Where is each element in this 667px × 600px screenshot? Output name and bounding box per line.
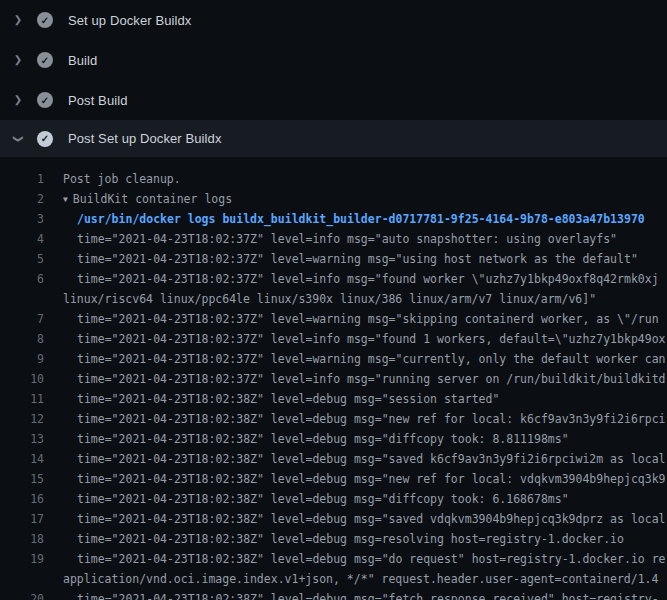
log-line-text: time="2021-04-23T18:02:38Z" level=debug …: [44, 469, 666, 489]
log-line: 15time="2021-04-23T18:02:38Z" level=debu…: [0, 469, 667, 489]
log-line-text: time="2021-04-23T18:02:37Z" level=warnin…: [44, 249, 638, 269]
log-line: 9time="2021-04-23T18:02:37Z" level=warni…: [0, 349, 667, 369]
step-status-check-icon: ✓: [37, 12, 53, 28]
group-expand-triangle-icon[interactable]: ▼: [63, 190, 68, 209]
log-line: application/vnd.oci.image.index.v1+json,…: [0, 569, 667, 589]
log-line-text: time="2021-04-23T18:02:37Z" level=warnin…: [44, 349, 666, 369]
chevron-right-icon[interactable]: ❯: [12, 95, 24, 105]
log-line: 11time="2021-04-23T18:02:38Z" level=debu…: [0, 389, 667, 409]
log-line: 12time="2021-04-23T18:02:38Z" level=debu…: [0, 409, 667, 429]
log-line: 13time="2021-04-23T18:02:38Z" level=debu…: [0, 429, 667, 449]
log-line-number[interactable]: 19: [0, 549, 44, 569]
log-line: 3/usr/bin/docker logs buildx_buildkit_bu…: [0, 209, 667, 229]
step-row-set-up-docker-buildx[interactable]: ❯✓Set up Docker Buildx: [0, 0, 667, 40]
log-line-number[interactable]: 17: [0, 509, 44, 529]
step-status-check-icon: ✓: [37, 131, 53, 147]
log-line-text: time="2021-04-23T18:02:37Z" level=info m…: [44, 329, 666, 349]
log-line: 14time="2021-04-23T18:02:38Z" level=debu…: [0, 449, 667, 469]
step-status-check-icon: ✓: [37, 52, 53, 68]
log-line-number[interactable]: 7: [0, 309, 44, 329]
log-line-text: time="2021-04-23T18:02:37Z" level=warnin…: [44, 309, 659, 329]
log-line-number[interactable]: 16: [0, 489, 44, 509]
log-line-number[interactable]: 14: [0, 449, 44, 469]
log-line-number[interactable]: 15: [0, 469, 44, 489]
log-line-number[interactable]: 1: [0, 169, 44, 189]
log-line-number[interactable]: 12: [0, 409, 44, 429]
log-line-number[interactable]: 9: [0, 349, 44, 369]
log-line-text: time="2021-04-23T18:02:38Z" level=debug …: [44, 509, 667, 529]
log-line-number[interactable]: 10: [0, 369, 44, 389]
log-line: 7time="2021-04-23T18:02:37Z" level=warni…: [0, 309, 667, 329]
log-line-number[interactable]: 6: [0, 269, 44, 289]
step-label: Post Build: [68, 93, 128, 108]
log-line: 5time="2021-04-23T18:02:37Z" level=warni…: [0, 249, 667, 269]
log-line: 10time="2021-04-23T18:02:37Z" level=info…: [0, 369, 667, 389]
log-line: 17time="2021-04-23T18:02:38Z" level=debu…: [0, 509, 667, 529]
log-line-number[interactable]: 18: [0, 529, 44, 549]
log-line: 1Post job cleanup.: [0, 169, 667, 189]
step-label: Post Set up Docker Buildx: [68, 131, 222, 146]
chevron-right-icon[interactable]: ❯: [12, 55, 24, 65]
log-line: linux/riscv64 linux/ppc64le linux/s390x …: [0, 289, 667, 309]
log-line-number: [0, 569, 44, 589]
log-line-number[interactable]: 20: [0, 589, 44, 600]
chevron-down-icon[interactable]: ❯: [13, 133, 23, 145]
log-panel: 1Post job cleanup.2▼BuildKit container l…: [0, 157, 667, 600]
log-line-number: [0, 289, 44, 309]
log-line-number[interactable]: 4: [0, 229, 44, 249]
group-header-label: BuildKit container logs: [73, 192, 232, 206]
step-row-post-set-up-docker-buildx[interactable]: ❯✓Post Set up Docker Buildx: [0, 120, 667, 157]
log-line: 2▼BuildKit container logs: [0, 189, 667, 209]
log-line-number[interactable]: 11: [0, 389, 44, 409]
log-line-text: Post job cleanup.: [44, 169, 181, 189]
log-line: 16time="2021-04-23T18:02:38Z" level=debu…: [0, 489, 667, 509]
log-line-text: time="2021-04-23T18:02:38Z" level=debug …: [44, 589, 659, 600]
step-status-check-icon: ✓: [37, 92, 53, 108]
log-line-text: time="2021-04-23T18:02:37Z" level=info m…: [44, 269, 659, 289]
log-line-number[interactable]: 3: [0, 209, 44, 229]
log-line: 8time="2021-04-23T18:02:37Z" level=info …: [0, 329, 667, 349]
chevron-right-icon[interactable]: ❯: [12, 15, 24, 25]
log-line-text: time="2021-04-23T18:02:38Z" level=debug …: [44, 549, 666, 569]
workflow-log-viewer: ❯✓Set up Docker Buildx❯✓Build❯✓Post Buil…: [0, 0, 667, 600]
log-line-text: time="2021-04-23T18:02:37Z" level=info m…: [44, 229, 617, 249]
step-row-build[interactable]: ❯✓Build: [0, 40, 667, 80]
log-line-text: time="2021-04-23T18:02:38Z" level=debug …: [44, 409, 666, 429]
step-row-post-build[interactable]: ❯✓Post Build: [0, 80, 667, 120]
group-header-text[interactable]: ▼BuildKit container logs: [44, 189, 232, 209]
log-line-text: linux/riscv64 linux/ppc64le linux/s390x …: [44, 289, 596, 309]
log-line: 20time="2021-04-23T18:02:38Z" level=debu…: [0, 589, 667, 600]
log-line-number[interactable]: 8: [0, 329, 44, 349]
log-line-text: time="2021-04-23T18:02:38Z" level=debug …: [44, 489, 569, 509]
log-line: 19time="2021-04-23T18:02:38Z" level=debu…: [0, 549, 667, 569]
log-line: 6time="2021-04-23T18:02:37Z" level=info …: [0, 269, 667, 289]
log-line-text: time="2021-04-23T18:02:38Z" level=debug …: [44, 389, 499, 409]
log-line-text: application/vnd.oci.image.index.v1+json,…: [44, 569, 658, 589]
log-line: 4time="2021-04-23T18:02:37Z" level=info …: [0, 229, 667, 249]
command-text: /usr/bin/docker logs buildx_buildkit_bui…: [44, 209, 645, 229]
step-label: Set up Docker Buildx: [68, 13, 191, 28]
log-line-text: time="2021-04-23T18:02:37Z" level=info m…: [44, 369, 666, 389]
log-line-text: time="2021-04-23T18:02:38Z" level=debug …: [44, 429, 569, 449]
log-line-text: time="2021-04-23T18:02:38Z" level=debug …: [44, 529, 624, 549]
log-line-number[interactable]: 13: [0, 429, 44, 449]
log-line-text: time="2021-04-23T18:02:38Z" level=debug …: [44, 449, 667, 469]
workflow-steps-list: ❯✓Set up Docker Buildx❯✓Build❯✓Post Buil…: [0, 0, 667, 600]
log-line: 18time="2021-04-23T18:02:38Z" level=debu…: [0, 529, 667, 549]
log-line-number[interactable]: 2: [0, 189, 44, 209]
step-label: Build: [68, 53, 97, 68]
log-line-number[interactable]: 5: [0, 249, 44, 269]
